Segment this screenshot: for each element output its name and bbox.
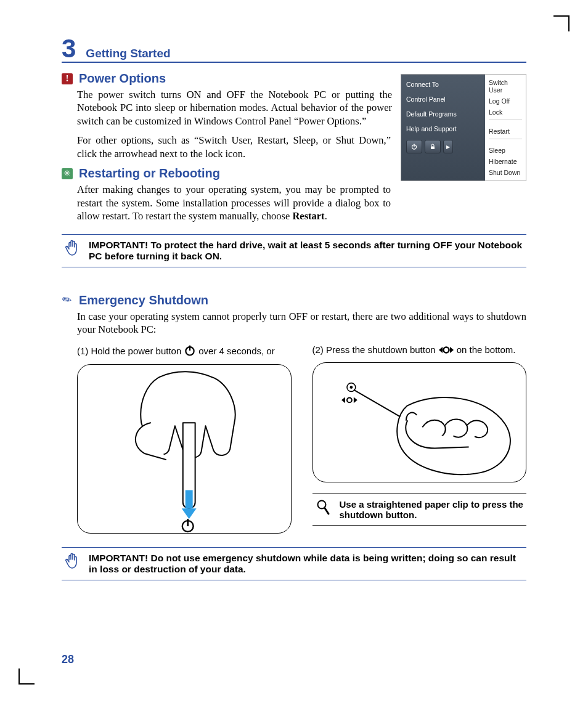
callout-important-hard-drive: IMPORTANT! To protect the hard drive, wa… — [62, 234, 526, 267]
svg-point-10 — [443, 347, 449, 352]
svg-rect-1 — [414, 144, 414, 147]
power-icon — [406, 140, 422, 153]
power-options-p2: For other options, such as “Switch User,… — [77, 134, 391, 160]
crop-mark-bottom-left — [18, 668, 35, 685]
chapter-number: 3 — [62, 36, 76, 62]
exclamation-icon: ! — [62, 73, 73, 84]
svg-marker-6 — [182, 509, 197, 519]
svg-line-19 — [324, 508, 329, 514]
emergency-p1: In case your operating system cannot pro… — [77, 310, 526, 336]
vista-lock: Lock — [489, 107, 522, 118]
step1-label: (1) Hold the power button over 4 seconds… — [77, 344, 292, 357]
illustration-hold-power-button — [77, 364, 292, 534]
crop-mark-top-right — [553, 15, 570, 31]
svg-marker-14 — [341, 397, 345, 404]
svg-marker-16 — [353, 397, 357, 404]
chevron-right-icon: ▸ — [443, 140, 453, 153]
windows-power-menu-screenshot: Connect To Control Panel Default Program… — [401, 74, 526, 181]
emergency-step-2: (2) Press the shutdown button on the bot… — [312, 344, 527, 534]
callout-text: IMPORTANT! To protect the hard drive, wa… — [89, 240, 524, 262]
text: over 4 seconds, or — [198, 346, 274, 356]
svg-point-15 — [346, 398, 351, 403]
section-power-options: ! Power Options — [62, 71, 392, 86]
section-restarting: ✳ Restarting or Rebooting — [62, 166, 392, 181]
magnifier-icon — [315, 499, 331, 519]
svg-rect-2 — [431, 147, 435, 150]
restarting-p1: After making changes to your operating s… — [77, 183, 391, 222]
callout-text: Use a straightened paper clip to press t… — [340, 499, 525, 520]
svg-marker-11 — [450, 347, 454, 353]
text: (1) Hold the power button — [77, 346, 181, 356]
text: . — [325, 210, 327, 222]
hand-stop-icon — [64, 553, 80, 574]
restart-bold: Restart — [292, 210, 324, 222]
text: After making changes to your operating s… — [77, 184, 391, 222]
vista-restart: Restart — [489, 126, 522, 137]
svg-rect-4 — [189, 346, 190, 351]
section-title: Restarting or Rebooting — [79, 166, 220, 181]
vista-connect-to: Connect To — [406, 77, 480, 92]
vista-switch-user: Switch User — [489, 77, 522, 95]
text: on the bottom. — [457, 344, 516, 355]
svg-marker-9 — [439, 347, 443, 353]
svg-rect-8 — [187, 519, 189, 527]
callout-important-data-loss: IMPORTANT! Do not use emergency shutdown… — [62, 547, 526, 580]
vista-default-programs: Default Programs — [406, 107, 480, 121]
vista-shut-down: Shut Down — [489, 167, 522, 178]
power-symbol-icon — [184, 344, 196, 357]
vista-control-panel: Control Panel — [406, 92, 480, 107]
step2-label: (2) Press the shutdown button on the bot… — [312, 344, 527, 355]
shutdown-symbol-icon — [438, 346, 454, 354]
vista-help-support: Help and Support — [406, 121, 480, 136]
lock-icon — [425, 140, 441, 153]
page-number: 28 — [62, 653, 74, 666]
asterisk-icon: ✳ — [62, 168, 73, 179]
illustration-paperclip-shutdown — [312, 362, 527, 482]
text: (2) Press the shutdown button — [312, 344, 436, 355]
vista-log-off: Log Off — [489, 95, 522, 107]
section-emergency-shutdown: ✎ Emergency Shutdown — [62, 293, 526, 307]
svg-point-13 — [349, 386, 353, 389]
callout-text: IMPORTANT! Do not use emergency shutdown… — [89, 553, 524, 575]
vista-sleep: Sleep — [489, 145, 522, 156]
hand-stop-icon — [64, 240, 80, 261]
callout-tip-paperclip: Use a straightened paper clip to press t… — [312, 494, 527, 526]
svg-rect-5 — [186, 490, 193, 509]
pen-icon: ✎ — [59, 292, 75, 307]
section-title: Power Options — [79, 71, 166, 86]
chapter-title: Getting Started — [86, 47, 170, 60]
emergency-step-1: (1) Hold the power button over 4 seconds… — [77, 344, 292, 534]
section-title: Emergency Shutdown — [79, 293, 208, 307]
chapter-header: 3 Getting Started — [62, 36, 526, 63]
vista-hibernate: Hibernate — [489, 156, 522, 167]
